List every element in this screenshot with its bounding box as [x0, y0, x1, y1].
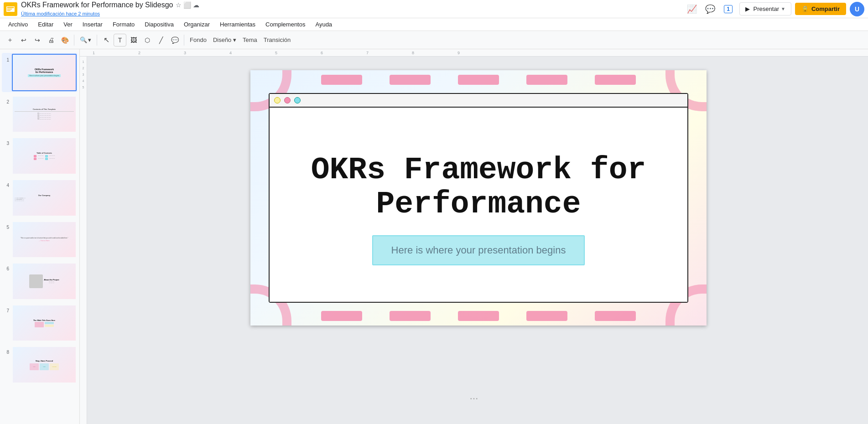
slide-thumb-3[interactable]: 3 Table of Contents 01 ── ── ── 02 ── ──… [2, 136, 78, 176]
menu-diapositiva[interactable]: Diapositiva [140, 20, 178, 29]
fondo-label[interactable]: Fondo [187, 36, 209, 43]
image-button[interactable]: 🖼 [127, 34, 140, 47]
google-slides-logo [4, 2, 17, 16]
zoom-button[interactable]: 🔍 ▾ [77, 36, 94, 44]
cloud-icon[interactable]: ☁ [193, 1, 199, 9]
menu-ver[interactable]: Ver [59, 20, 77, 29]
slide-thumb-7[interactable]: 7 The Slide Title Goes Here [2, 304, 78, 343]
svg-rect-2 [7, 7, 14, 8]
slide-num-1: 1 [3, 57, 9, 62]
ruler-v-label: 12345 [83, 60, 84, 89]
toolbar-divider-1 [74, 35, 74, 46]
pink-bar-bottom-2 [390, 311, 431, 321]
menu-herramientas[interactable]: Herramientas [215, 20, 260, 29]
comments-icon[interactable]: 💬 [703, 2, 717, 16]
tema-label[interactable]: Tema [240, 36, 260, 43]
folder-icon[interactable]: ⬜ [183, 1, 191, 9]
slide-preview-2: Contents of This Template 01 ── ── ── ──… [12, 96, 77, 133]
pink-bars-bottom [278, 311, 679, 321]
present-label: Presentar [754, 5, 779, 12]
slide-main-title[interactable]: OKRs Framework for Performance [270, 144, 687, 235]
present-button[interactable]: ▶ Presentar ▼ [739, 2, 791, 16]
analytics-icon[interactable]: 📈 [685, 2, 699, 16]
doc-title[interactable]: OKRs Framework for Performance by Slides… [21, 1, 173, 9]
slide-num-5: 5 [3, 225, 9, 230]
pink-bars-top [278, 75, 679, 85]
lock-icon: 🔒 [801, 5, 809, 12]
pink-bar-top-5 [595, 75, 636, 85]
thumb-title-2: Contents of This Template [33, 108, 56, 110]
slide-preview-8: Stop, Start, Proceed Stop Start Proceed [12, 346, 77, 383]
share-button[interactable]: 🔒 Compartir [795, 3, 846, 15]
menu-ayuda[interactable]: Ayuda [311, 20, 337, 29]
pink-bar-top-2 [390, 75, 431, 85]
present-chevron: ▼ [781, 6, 785, 11]
thumb-title-4: Our Company [38, 194, 50, 196]
pink-bar-bottom-1 [321, 311, 362, 321]
menu-insertar[interactable]: Insertar [78, 20, 107, 29]
add-button[interactable]: ＋ [4, 34, 16, 47]
slide-thumb-5[interactable]: 5 "This is a quote and/or text of conten… [2, 220, 78, 259]
slide-thumb-content-1: OKRs Frameworkfor Performance Here is wh… [13, 55, 76, 90]
main-layout: 1 OKRs Frameworkfor Performance Here is … [0, 49, 868, 424]
browser-mockup[interactable]: OKRs Framework for Performance Here is w… [269, 93, 688, 303]
slide-thumb-6[interactable]: 6 About the Project ── ── ──── ── ── [2, 262, 78, 301]
browser-dot-pink [284, 97, 291, 103]
slide-thumb-1[interactable]: 1 OKRs Frameworkfor Performance Here is … [2, 53, 78, 92]
menu-formato[interactable]: Formato [108, 20, 139, 29]
slideshow-counter-icon[interactable]: 1 [721, 2, 736, 16]
subtitle-box[interactable]: Here is where your presentation begins [372, 235, 585, 265]
canvas-area: 1 2 3 4 5 6 7 8 9 12345 [80, 49, 868, 424]
menu-archivo[interactable]: Archivo [4, 20, 32, 29]
toolbar: ＋ ↩ ↪ 🖨 🎨 🔍 ▾ ↖ T 🖼 ⬡ ╱ 💬 Fondo Diseño ▾… [0, 31, 868, 49]
slide-num-4: 4 [3, 183, 9, 188]
ruler-vertical: 12345 [80, 57, 87, 424]
slide-thumb-4[interactable]: 4 Our Company ── Our Company ──── Descri… [2, 178, 78, 217]
slide-preview-6: About the Project ── ── ──── ── ── [12, 263, 77, 300]
slide-num-7: 7 [3, 308, 9, 313]
thumb-subtitle-1: Here is where your presentation begins [28, 74, 61, 77]
thumb-content-5: "This is a quote and/or text of content … [21, 237, 68, 239]
pink-bar-bottom-4 [526, 311, 567, 321]
star-icon[interactable]: ☆ [176, 1, 182, 9]
share-label: Compartir [811, 5, 840, 12]
slide-preview-5: "This is a quote and/or text of content … [12, 221, 77, 259]
ruler-horizontal: 1 2 3 4 5 6 7 8 9 [80, 49, 868, 57]
undo-button[interactable]: ↩ [17, 34, 30, 47]
slide-num-6: 6 [3, 266, 9, 271]
cursor-button[interactable]: ↖ [100, 34, 113, 47]
menu-complementos[interactable]: Complementos [261, 20, 310, 29]
slide-thumb-8[interactable]: 8 Stop, Start, Proceed Stop Start Procee… [2, 345, 78, 384]
thumb-title-8: Stop, Start, Proceed [36, 360, 53, 362]
redo-button[interactable]: ↪ [31, 34, 44, 47]
menu-editar[interactable]: Editar [33, 20, 58, 29]
thumb-img-6 [29, 274, 43, 288]
slide-num-2: 2 [3, 99, 9, 104]
shapes-button[interactable]: ⬡ [141, 34, 154, 47]
comment-button[interactable]: 💬 [168, 34, 181, 47]
diseño-label[interactable]: Diseño ▾ [210, 36, 239, 43]
line-button[interactable]: ╱ [155, 34, 167, 47]
user-avatar[interactable]: U [850, 2, 864, 16]
subtitle-text: Here is where your presentation begins [391, 244, 566, 256]
slide-canvas[interactable]: OKRs Framework for Performance Here is w… [250, 70, 707, 326]
paint-format-button[interactable]: 🎨 [58, 34, 71, 47]
ruler-numbers: 1 2 3 4 5 6 7 8 9 [83, 51, 503, 55]
browser-dot-teal [294, 97, 301, 103]
menu-organizar[interactable]: Organizar [179, 20, 214, 29]
pink-bar-bottom-5 [595, 311, 636, 321]
slide-preview-7: The Slide Title Goes Here [12, 305, 77, 342]
browser-content: OKRs Framework for Performance Here is w… [270, 108, 687, 302]
svg-rect-4 [7, 10, 11, 11]
pink-bar-top-1 [321, 75, 362, 85]
slide-num-8: 8 [3, 350, 9, 355]
transicion-label[interactable]: Transición [261, 36, 293, 43]
slide-canvas-wrapper: OKRs Framework for Performance Here is w… [250, 70, 707, 326]
pink-bar-top-3 [458, 75, 499, 85]
slides-panel: 1 OKRs Frameworkfor Performance Here is … [0, 49, 80, 424]
last-modified[interactable]: Última modificación hace 2 minutos [21, 11, 100, 16]
slide-thumb-2[interactable]: 2 Contents of This Template 01 ── ── ── … [2, 95, 78, 134]
print-button[interactable]: 🖨 [45, 34, 57, 47]
browser-dot-yellow [274, 97, 281, 103]
text-button[interactable]: T [114, 34, 126, 47]
